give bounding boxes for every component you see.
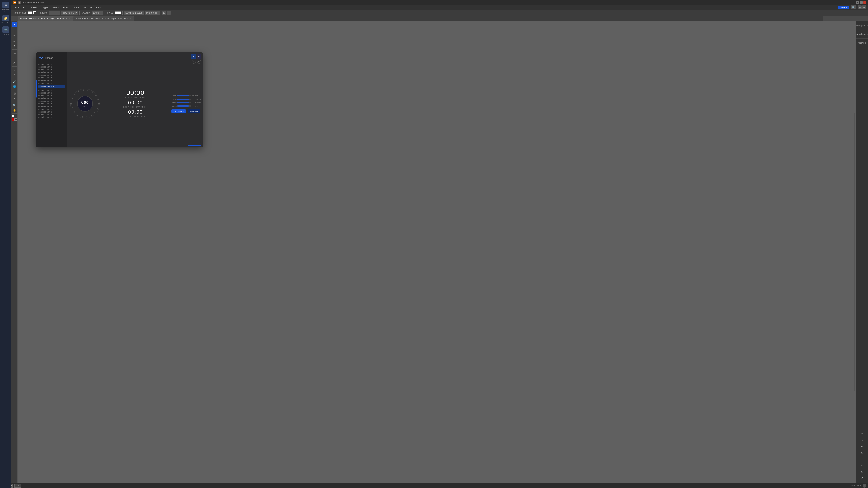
tool-type[interactable]: T: [12, 44, 17, 49]
exercise-item-b6[interactable]: exercise name: [37, 105, 65, 108]
tool-paint-bucket[interactable]: 🪣: [12, 84, 17, 89]
distribute-icon[interactable]: ↔: [166, 11, 170, 15]
stroke-swatch[interactable]: [33, 11, 36, 14]
exercise-item-1[interactable]: exercise name: [37, 66, 65, 68]
tool-direct-select[interactable]: ▷: [12, 27, 17, 32]
home-icon[interactable]: 🏠: [18, 1, 21, 4]
menu-window[interactable]: Window: [81, 6, 94, 9]
tool-eyedropper[interactable]: 💉: [12, 79, 17, 84]
menu-type[interactable]: Type: [41, 6, 50, 9]
app-logo: ⊕ moov: [37, 56, 65, 60]
metric-inc-label: INC: [170, 98, 177, 100]
menu-edit[interactable]: Edit: [21, 6, 29, 9]
menu-select[interactable]: Select: [50, 6, 61, 9]
gauge-value: 000: [81, 100, 89, 105]
menu-view[interactable]: View: [72, 6, 81, 9]
tab-1-close[interactable]: ✕: [130, 18, 131, 20]
tool-ellipse[interactable]: ○: [12, 56, 17, 61]
align-icon[interactable]: ⊟: [162, 11, 166, 15]
total-timer: 00:00: [104, 109, 166, 115]
header-list-button[interactable]: ≡: [197, 54, 201, 59]
exercise-item-0[interactable]: exercise name: [37, 63, 65, 66]
tool-hand[interactable]: ✋: [12, 108, 17, 113]
stroke-type-select[interactable]: 3 pt. Round: [61, 11, 78, 15]
exercise-item-b5[interactable]: exercise name: [37, 102, 65, 105]
metrics-panel: SPD 00.00 km/h INC 0.0 %: [170, 66, 201, 142]
nav-forward-button[interactable]: ⊙: [197, 60, 201, 64]
desktop-sidebar: 🗑 Recycle Bin 📁 Templates 📹 Conferenc...: [0, 0, 11, 184]
exercise-item-b1[interactable]: exercise name: [37, 92, 65, 94]
metric-arl-label: AR-L: [170, 105, 177, 107]
recycle-bin-icon[interactable]: 🗑 Recycle Bin: [1, 1, 11, 14]
selected-exercise[interactable]: exercise name ▶: [37, 85, 65, 88]
preferences-button[interactable]: Preferences: [145, 11, 160, 15]
artboard: ⊕ moov exercise name exercise name exerc…: [36, 53, 203, 147]
gauge-dot-left: [70, 103, 72, 105]
metric-arl: AR-L 000 A/m: [170, 105, 201, 107]
selected-arrow-icon: ▶: [53, 86, 55, 88]
exercise-item-b10[interactable]: exercise name: [37, 116, 65, 119]
exercise-item-b9[interactable]: exercise name: [37, 113, 65, 116]
metric-arl-bar: [178, 105, 191, 107]
tool-more[interactable]: ···: [12, 123, 17, 128]
exercise-item-5[interactable]: exercise name: [37, 76, 65, 79]
exercise-item-b0[interactable]: exercise name: [37, 89, 65, 92]
menu-object[interactable]: Object: [30, 6, 40, 9]
exercise-item-2[interactable]: exercise name: [37, 68, 65, 71]
opacity-input[interactable]: [92, 11, 103, 15]
exercise-list-above: exercise name exercise name exercise nam…: [37, 63, 65, 85]
metric-inc-bar: [178, 98, 191, 100]
conference-icon[interactable]: 📹 Conferenc...: [1, 26, 11, 36]
end-moov-button[interactable]: end moov: [188, 109, 200, 113]
tool-select[interactable]: ▸: [12, 22, 17, 27]
mode-tools: [11, 118, 17, 121]
menu-file[interactable]: File: [13, 6, 21, 9]
tool-gradient[interactable]: ◧: [12, 91, 17, 96]
header-menu-button[interactable]: 2: [191, 54, 196, 59]
tool-polygon[interactable]: ⬡: [12, 61, 17, 66]
gauge-unit: HR: [84, 105, 87, 107]
tab-0[interactable]: functionalScreens3.ai @ 100 % (RGB/Previ…: [18, 16, 73, 21]
menu-help[interactable]: Help: [94, 6, 103, 9]
stroke-width-input[interactable]: [49, 11, 60, 15]
mode-color[interactable]: [12, 119, 14, 121]
doc-setup-button[interactable]: Document Setup: [124, 11, 144, 15]
metric-aru-value: 000 A/m: [192, 102, 201, 104]
menu-effect[interactable]: Effect: [61, 6, 71, 9]
sep2: [79, 11, 80, 15]
tab-0-close[interactable]: ✕: [69, 18, 70, 20]
nav-back-button[interactable]: ◂: [192, 60, 196, 64]
fill-swatch[interactable]: [28, 11, 32, 14]
exercise-item-7[interactable]: exercise name: [37, 82, 65, 85]
style-label: Style:: [106, 11, 114, 14]
nav-row: ◂ ⊙: [67, 60, 203, 64]
tool-rectangle[interactable]: ▭: [12, 51, 17, 55]
tool-pencil[interactable]: ✏: [12, 39, 17, 43]
app-sidebar: ⊕ moov exercise name exercise name exerc…: [36, 53, 67, 147]
app-header: 2 ≡: [67, 53, 203, 59]
tool-rotate[interactable]: ↻: [12, 67, 17, 72]
exercise-item-b4[interactable]: exercise name: [37, 100, 65, 102]
templates-icon[interactable]: 📁 Templates: [1, 14, 11, 25]
mode-none[interactable]: [14, 119, 17, 121]
style-swatch[interactable]: [115, 11, 121, 14]
tool-zoom[interactable]: 🔍: [12, 103, 17, 107]
tool-scale[interactable]: ↗: [12, 72, 17, 77]
exercise-item-4[interactable]: exercise name: [37, 74, 65, 76]
view-change-button[interactable]: view change: [171, 109, 186, 113]
exercise-item-b8[interactable]: exercise name: [37, 110, 65, 113]
sep1: [38, 11, 38, 15]
tool-sep3: [12, 66, 17, 67]
tab-1[interactable]: functionalScreens-Tablet.ai @ 100 % (RGB…: [73, 16, 134, 21]
exercise-item-b3[interactable]: exercise name: [37, 97, 65, 100]
stroke-color[interactable]: [14, 116, 16, 118]
total-timer-label: TOTAL DURATION: [104, 116, 166, 117]
exercise-item-b7[interactable]: exercise name: [37, 108, 65, 110]
progress-indicator: [188, 145, 201, 146]
tool-blend[interactable]: ∞: [12, 96, 17, 101]
exercise-item-b2[interactable]: exercise name: [37, 94, 65, 97]
tool-sep6: [12, 102, 17, 102]
exercise-item-6[interactable]: exercise name: [37, 79, 65, 82]
tool-pen[interactable]: ✒: [12, 33, 17, 38]
exercise-item-3[interactable]: exercise name: [37, 71, 65, 74]
